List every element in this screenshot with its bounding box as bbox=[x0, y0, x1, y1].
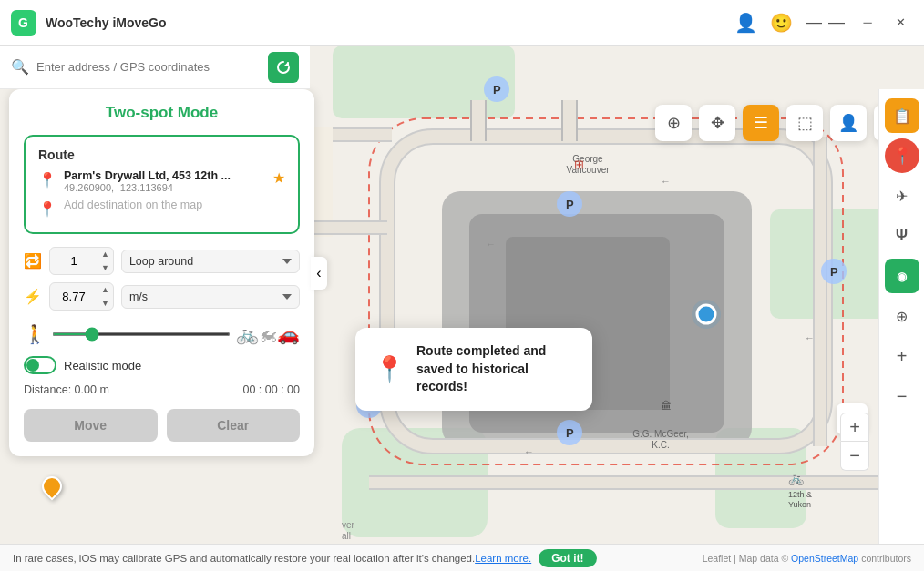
got-it-button[interactable]: Got it! bbox=[539, 549, 596, 567]
zoom-controls: + − bbox=[840, 413, 869, 471]
title-icons: 👤 🙂 — — bbox=[734, 12, 846, 34]
svg-text:ver: ver bbox=[342, 520, 355, 530]
route-box: Route 📍 Parm's Drywall Ltd, 453 12th ...… bbox=[24, 135, 300, 234]
profile-icon[interactable]: 👤 bbox=[734, 12, 757, 34]
person-tool[interactable]: 👤 bbox=[830, 105, 867, 141]
svg-text:P: P bbox=[830, 265, 838, 279]
repeat-icon: 🔁 bbox=[24, 252, 42, 270]
move-button[interactable]: Move bbox=[24, 409, 158, 442]
speed-icon: ⚡ bbox=[24, 288, 42, 305]
speed-row: ⚡ 8.77 ▲ ▼ m/s km/h mph bbox=[24, 282, 300, 311]
route-to[interactable]: 📍 Add destination on the map bbox=[38, 199, 285, 218]
transport-slider[interactable] bbox=[52, 332, 231, 336]
map-toolbar: ⊕ ✥ ☰ ⬚ 👤 📁 bbox=[655, 105, 910, 141]
realistic-label: Realistic mode bbox=[64, 359, 141, 372]
route-completed-popup: 📍 Route completed and saved to historica… bbox=[355, 328, 592, 411]
move-tool[interactable]: ✥ bbox=[699, 105, 735, 141]
from-dot: 📍 bbox=[38, 171, 56, 189]
repeat-value[interactable]: 1 bbox=[50, 250, 98, 272]
history-icon[interactable]: 📋 bbox=[885, 98, 919, 133]
to-placeholder: Add destination on the map bbox=[64, 199, 202, 211]
menu-icon[interactable]: — — bbox=[806, 13, 846, 32]
bike-icon[interactable]: 🚲 bbox=[236, 323, 259, 345]
svg-text:P: P bbox=[566, 198, 574, 211]
loop-mode-select[interactable]: Loop around Round trip One way bbox=[121, 250, 300, 273]
car-icon[interactable]: 🚗 bbox=[277, 323, 300, 345]
frame-tool[interactable]: ⬚ bbox=[786, 105, 823, 141]
walk-icon[interactable]: 🚶 bbox=[24, 323, 46, 345]
svg-text:⊞: ⊞ bbox=[574, 158, 584, 171]
time-display: 00 : 00 : 00 bbox=[242, 383, 300, 396]
osm-link[interactable]: OpenStreetMap bbox=[791, 553, 858, 564]
searchbar: 🔍 bbox=[0, 46, 310, 89]
app-title: WooTechy iMoveGo bbox=[46, 15, 734, 30]
svg-text:←: ← bbox=[805, 332, 815, 343]
speed-down[interactable]: ▼ bbox=[98, 297, 113, 311]
emoji-icon[interactable]: 🙂 bbox=[770, 12, 793, 34]
repeat-spin[interactable]: ▲ ▼ bbox=[98, 248, 113, 274]
route-label: Route bbox=[38, 148, 285, 162]
crosshair-tool[interactable]: ⊕ bbox=[655, 105, 692, 141]
collapse-arrow[interactable]: ‹ bbox=[311, 257, 327, 290]
minimize-button[interactable]: ─ bbox=[855, 10, 880, 36]
from-coord: 49.260900, -123.113694 bbox=[64, 182, 231, 193]
speed-unit-select[interactable]: m/s km/h mph bbox=[121, 285, 300, 309]
realistic-toggle[interactable] bbox=[24, 356, 56, 374]
zoom-out-button[interactable]: − bbox=[840, 442, 869, 471]
svg-text:←: ← bbox=[524, 446, 534, 457]
from-name: Parm's Drywall Ltd, 453 12th ... bbox=[64, 169, 231, 182]
left-panel: Two-spot Mode Route 📍 Parm's Drywall Ltd… bbox=[9, 89, 314, 456]
search-input[interactable] bbox=[36, 60, 261, 74]
svg-text:Vancouver: Vancouver bbox=[566, 165, 610, 175]
route-from: 📍 Parm's Drywall Ltd, 453 12th ... 49.26… bbox=[38, 169, 285, 193]
repeat-input[interactable]: 1 ▲ ▼ bbox=[49, 247, 114, 275]
svg-text:K.C.: K.C. bbox=[652, 440, 669, 450]
zoom-in-button[interactable]: + bbox=[840, 413, 869, 442]
speed-value[interactable]: 8.77 bbox=[50, 285, 98, 308]
speed-spin[interactable]: ▲ ▼ bbox=[98, 283, 113, 310]
location-icon[interactable]: ⊕ bbox=[885, 299, 919, 333]
svg-text:12th &: 12th & bbox=[788, 490, 812, 499]
repeat-row: 🔁 1 ▲ ▼ Loop around Round trip One way bbox=[24, 247, 300, 275]
svg-text:G: G bbox=[18, 15, 28, 30]
window-controls: ─ ✕ bbox=[855, 10, 913, 36]
app-logo: G bbox=[11, 10, 36, 36]
refresh-button[interactable] bbox=[268, 52, 299, 83]
bottom-bar: In rare cases, iOS may calibrate GPS and… bbox=[0, 544, 924, 571]
clear-button[interactable]: Clear bbox=[167, 409, 301, 442]
search-icon: 🔍 bbox=[11, 58, 29, 76]
realistic-mode-row: Realistic mode bbox=[24, 356, 300, 374]
notice-text: In rare cases, iOS may calibrate GPS and… bbox=[13, 553, 475, 564]
popup-icon: 📍 bbox=[374, 354, 406, 384]
spin-down[interactable]: ▼ bbox=[98, 261, 113, 275]
svg-text:P: P bbox=[566, 426, 574, 440]
spin-up[interactable]: ▲ bbox=[98, 248, 113, 261]
plus-icon[interactable]: + bbox=[885, 339, 919, 373]
close-button[interactable]: ✕ bbox=[888, 10, 913, 36]
svg-text:←: ← bbox=[661, 176, 671, 187]
popup-text: Route completed and saved to historical … bbox=[416, 342, 574, 396]
osm-credit: Leaflet | Map data © OpenStreetMap contr… bbox=[703, 553, 911, 564]
pin-manager-icon[interactable]: 📍 bbox=[885, 138, 919, 173]
speed-input[interactable]: 8.77 ▲ ▼ bbox=[49, 282, 114, 311]
svg-text:🚲: 🚲 bbox=[788, 471, 805, 486]
psi-icon[interactable]: Ψ bbox=[885, 219, 919, 253]
learn-more-link[interactable]: Learn more. bbox=[475, 553, 531, 564]
svg-text:G.G. McGeer,: G.G. McGeer, bbox=[632, 429, 689, 439]
right-panel: 📋 📍 ✈ Ψ ◉ ⊕ + − bbox=[878, 89, 924, 544]
svg-point-52 bbox=[697, 305, 715, 323]
panel-title: Two-spot Mode bbox=[24, 104, 300, 122]
favorite-icon[interactable]: ★ bbox=[272, 169, 285, 187]
start-pin bbox=[42, 476, 62, 496]
speed-up[interactable]: ▲ bbox=[98, 283, 113, 297]
joystick-icon[interactable]: ✈ bbox=[885, 178, 919, 213]
svg-text:🏛: 🏛 bbox=[661, 400, 672, 413]
svg-text:all: all bbox=[342, 531, 351, 541]
toggle-icon[interactable]: ◉ bbox=[885, 259, 919, 293]
distance-label: Distance: 0.00 m bbox=[24, 383, 109, 396]
transport-row: 🚶 🚲 🏍 🚗 bbox=[24, 318, 300, 351]
minus-icon[interactable]: − bbox=[885, 379, 919, 413]
list-tool[interactable]: ☰ bbox=[743, 105, 779, 141]
svg-text:←: ← bbox=[486, 239, 496, 250]
moto-icon[interactable]: 🏍 bbox=[259, 324, 277, 345]
